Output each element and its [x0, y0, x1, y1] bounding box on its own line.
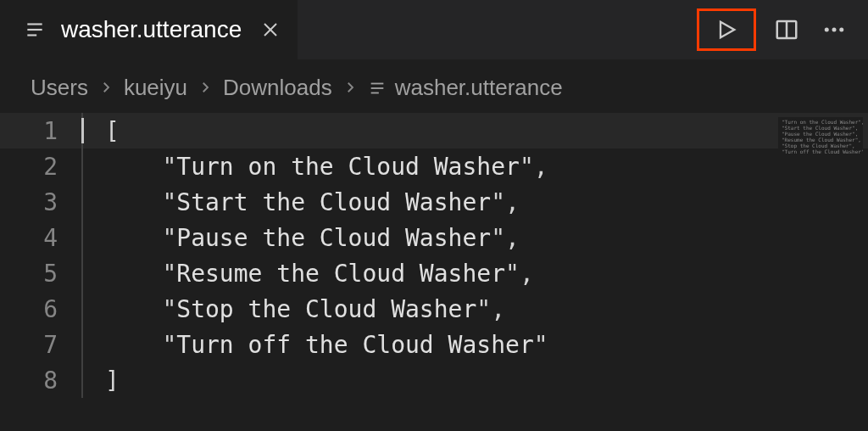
- split-editor-icon[interactable]: [770, 13, 804, 47]
- breadcrumb-label: kueiyu: [124, 75, 187, 101]
- breadcrumb-item[interactable]: Downloads: [223, 75, 332, 101]
- tab-title: washer.utterance: [61, 16, 242, 43]
- line-number: 2: [0, 153, 81, 181]
- code-line[interactable]: 8]: [0, 362, 868, 398]
- run-button[interactable]: [697, 8, 756, 51]
- line-number: 8: [0, 367, 81, 395]
- breadcrumb-item[interactable]: Users: [31, 75, 88, 101]
- code-line[interactable]: 1[: [0, 113, 868, 148]
- minimap[interactable]: "Turn on the Cloud Washer", "Start the C…: [778, 117, 863, 168]
- line-number: 7: [0, 331, 81, 359]
- file-icon: [24, 19, 46, 41]
- svg-point-8: [825, 28, 829, 32]
- line-gutter: [81, 220, 105, 255]
- line-content: "Resume the Cloud Washer",: [105, 260, 534, 288]
- line-gutter: [81, 148, 105, 184]
- code-line[interactable]: 5 "Resume the Cloud Washer",: [0, 255, 868, 291]
- breadcrumb-label: washer.utterance: [395, 75, 563, 101]
- breadcrumb-label: Users: [31, 75, 88, 101]
- line-content: [: [105, 117, 120, 145]
- line-content: "Stop the Cloud Washer",: [105, 295, 505, 323]
- breadcrumb-item[interactable]: kueiyu: [124, 75, 187, 101]
- line-gutter: [81, 255, 105, 291]
- code-line[interactable]: 6 "Stop the Cloud Washer",: [0, 291, 868, 327]
- line-gutter: [81, 362, 105, 398]
- code-line[interactable]: 7 "Turn off the Cloud Washer": [0, 327, 868, 362]
- line-gutter: [81, 327, 105, 362]
- line-number: 5: [0, 260, 81, 288]
- line-number: 3: [0, 188, 81, 216]
- breadcrumb-label: Downloads: [223, 75, 332, 101]
- file-icon: [368, 79, 387, 98]
- code-line[interactable]: 3 "Start the Cloud Washer",: [0, 184, 868, 220]
- breadcrumb-item[interactable]: washer.utterance: [368, 75, 563, 101]
- line-gutter: [81, 291, 105, 327]
- editor-tab[interactable]: washer.utterance: [0, 0, 298, 59]
- line-number: 1: [0, 117, 81, 145]
- tab-actions: [697, 8, 851, 51]
- svg-point-9: [832, 28, 837, 32]
- line-gutter: [81, 184, 105, 220]
- line-content: "Turn on the Cloud Washer",: [105, 153, 548, 181]
- chevron-right-icon: [198, 75, 213, 101]
- code-line[interactable]: 2 "Turn on the Cloud Washer",: [0, 148, 868, 184]
- line-content: "Start the Cloud Washer",: [105, 188, 520, 216]
- close-icon[interactable]: [257, 16, 284, 43]
- tab-left: washer.utterance: [0, 0, 298, 59]
- line-content: "Turn off the Cloud Washer": [105, 331, 548, 359]
- code-line[interactable]: 4 "Pause the Cloud Washer",: [0, 220, 868, 255]
- tab-bar: washer.utterance: [0, 0, 868, 59]
- chevron-right-icon: [98, 75, 114, 101]
- svg-point-10: [839, 28, 843, 32]
- line-content: "Pause the Cloud Washer",: [105, 224, 520, 252]
- code-editor[interactable]: 1[2 "Turn on the Cloud Washer",3 "Start …: [0, 109, 868, 398]
- line-gutter: [81, 113, 105, 148]
- line-number: 6: [0, 295, 81, 323]
- line-content: ]: [105, 367, 120, 395]
- more-actions-icon[interactable]: [817, 13, 851, 47]
- chevron-right-icon: [342, 75, 358, 101]
- svg-marker-5: [721, 22, 734, 38]
- line-number: 4: [0, 224, 81, 252]
- breadcrumb: Users kueiyu Downloads washer.utterance: [0, 59, 868, 109]
